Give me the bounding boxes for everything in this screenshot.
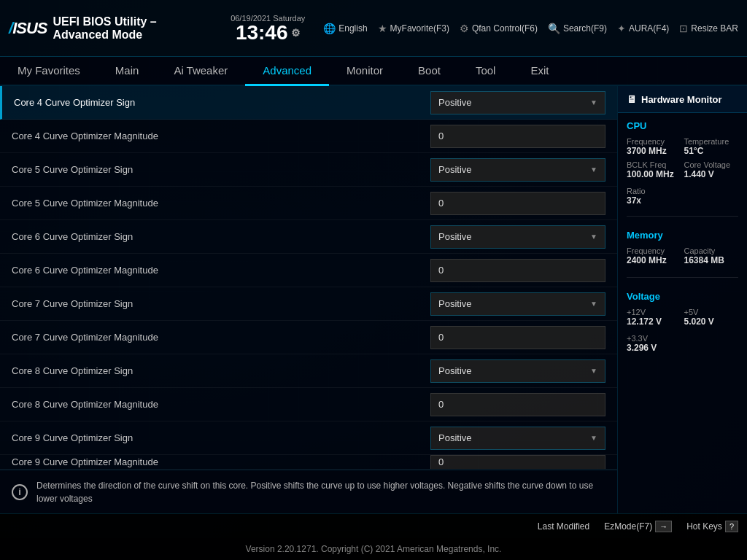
setting-row-core7-mag[interactable]: Core 7 Curve Optimizer Magnitude 0 xyxy=(0,321,617,354)
main-content: Core 4 Curve Optimizer Sign Positive ▼ C… xyxy=(0,86,747,513)
input-core5-mag[interactable]: 0 xyxy=(430,192,605,215)
bios-title: UEFI BIOS Utility – Advanced Mode xyxy=(53,15,212,42)
setting-label-core5-mag: Core 5 Curve Optimizer Magnitude xyxy=(12,198,430,209)
hw-memory-grid: Frequency 2400 MHz Capacity 16384 MB xyxy=(618,244,747,271)
setting-label-core8-mag: Core 8 Curve Optimizer Magnitude xyxy=(12,399,430,410)
monitor-icon: 🖥 xyxy=(627,93,637,105)
hw-divider-1 xyxy=(627,216,738,217)
star-icon: ★ xyxy=(378,23,387,34)
hw-5v: +5V 5.020 V xyxy=(684,308,739,327)
setting-row-core8-sign[interactable]: Core 8 Curve Optimizer Sign Positive ▼ xyxy=(0,354,617,388)
nav-favorites[interactable]: My Favorites xyxy=(0,57,98,86)
hot-keys-btn[interactable]: Hot Keys ? xyxy=(686,521,738,532)
hw-ratio: Ratio 37x xyxy=(618,185,747,210)
dropdown-core8-sign[interactable]: Positive ▼ xyxy=(430,359,605,383)
ez-mode-btn[interactable]: EzMode(F7) → xyxy=(604,521,672,532)
settings-panel: Core 4 Curve Optimizer Sign Positive ▼ C… xyxy=(0,86,617,513)
setting-label-core7-sign: Core 7 Curve Optimizer Sign xyxy=(12,298,430,309)
setting-label-core4-mag: Core 4 Curve Optimizer Magnitude xyxy=(12,131,430,141)
dropdown-core5-sign[interactable]: Positive ▼ xyxy=(430,158,605,182)
info-icon: i xyxy=(12,484,28,500)
hw-memory-title: Memory xyxy=(618,222,747,244)
nav-tool[interactable]: Tool xyxy=(458,57,514,86)
nav-main[interactable]: Main xyxy=(98,57,157,86)
setting-label-core6-mag: Core 6 Curve Optimizer Magnitude xyxy=(12,265,430,276)
chevron-down-icon: ▼ xyxy=(590,98,597,106)
setting-label-core8-sign: Core 8 Curve Optimizer Sign xyxy=(12,365,430,376)
dropdown-core7-sign[interactable]: Positive ▼ xyxy=(430,292,605,316)
navbar: My Favorites Main Ai Tweaker Advanced Mo… xyxy=(0,57,747,86)
asus-logo: /ISUS xyxy=(9,19,47,38)
setting-row-core9-sign[interactable]: Core 9 Curve Optimizer Sign Positive ▼ xyxy=(0,421,617,455)
setting-row-core7-sign[interactable]: Core 7 Curve Optimizer Sign Positive ▼ xyxy=(0,287,617,321)
input-core4-mag[interactable]: 0 xyxy=(430,125,605,148)
chevron-down-icon: ▼ xyxy=(590,367,597,375)
setting-label-core6-sign: Core 6 Curve Optimizer Sign xyxy=(12,231,430,242)
setting-row-core5-mag[interactable]: Core 5 Curve Optimizer Magnitude 0 xyxy=(0,187,617,220)
chevron-down-icon: ▼ xyxy=(590,233,597,241)
setting-label-core5-sign: Core 5 Curve Optimizer Sign xyxy=(12,164,430,175)
hw-bclk-label: BCLK Freq 100.00 MHz xyxy=(627,160,681,179)
tool-qfan[interactable]: ⚙ Qfan Control(F6) xyxy=(460,23,538,34)
input-core6-mag[interactable]: 0 xyxy=(430,259,605,282)
hot-keys-key: ? xyxy=(725,521,738,532)
setting-row-core6-sign[interactable]: Core 6 Curve Optimizer Sign Positive ▼ xyxy=(0,220,617,254)
nav-boot[interactable]: Boot xyxy=(400,57,458,86)
aura-icon: ✦ xyxy=(617,23,626,34)
info-bar: i Determines the direction of the curve … xyxy=(0,470,617,513)
ez-mode-key: → xyxy=(655,521,672,532)
settings-list: Core 4 Curve Optimizer Sign Positive ▼ C… xyxy=(0,86,617,470)
dropdown-core4-sign[interactable]: Positive ▼ xyxy=(430,91,605,114)
setting-row-core8-mag[interactable]: Core 8 Curve Optimizer Magnitude 0 xyxy=(0,388,617,421)
setting-row-core4-mag[interactable]: Core 4 Curve Optimizer Magnitude 0 xyxy=(0,120,617,153)
nav-exit[interactable]: Exit xyxy=(513,57,566,86)
hw-mem-capacity: Capacity 16384 MB xyxy=(684,246,739,265)
hw-monitor-panel: 🖥 Hardware Monitor CPU Frequency 3700 MH… xyxy=(617,86,747,513)
hw-cpu-grid: Frequency 3700 MHz Temperature 51°C BCLK… xyxy=(618,134,747,185)
setting-label-core9-mag: Core 9 Curve Optimizer Magnitude xyxy=(12,456,430,467)
setting-row-core6-mag[interactable]: Core 6 Curve Optimizer Magnitude 0 xyxy=(0,254,617,287)
tool-english[interactable]: 🌐 English xyxy=(323,23,367,34)
info-text: Determines the direction of the curve sh… xyxy=(36,479,605,505)
last-modified-btn[interactable]: Last Modified xyxy=(538,521,589,532)
input-core7-mag[interactable]: 0 xyxy=(430,326,605,349)
version-text: Version 2.20.1271. Copyright (C) 2021 Am… xyxy=(246,544,502,554)
setting-label-core7-mag: Core 7 Curve Optimizer Magnitude xyxy=(12,332,430,343)
setting-row-core5-sign[interactable]: Core 5 Curve Optimizer Sign Positive ▼ xyxy=(0,153,617,187)
globe-icon: 🌐 xyxy=(323,23,336,34)
time-display: 13:46 ⚙ xyxy=(236,23,301,43)
chevron-down-icon: ▼ xyxy=(590,166,597,174)
nav-monitor[interactable]: Monitor xyxy=(329,57,400,86)
hw-12v: +12V 12.172 V xyxy=(627,308,681,327)
resize-icon: ⊡ xyxy=(679,23,688,34)
nav-advanced[interactable]: Advanced xyxy=(245,57,329,86)
dropdown-core9-sign[interactable]: Positive ▼ xyxy=(430,427,605,450)
nav-ai-tweaker[interactable]: Ai Tweaker xyxy=(156,57,245,86)
hw-33v: +3.3V 3.296 V xyxy=(618,332,747,357)
input-core9-mag[interactable]: 0 xyxy=(430,455,605,470)
setting-label-core4-sign: Core 4 Curve Optimizer Sign xyxy=(14,97,430,108)
tool-resizebar[interactable]: ⊡ Resize BAR xyxy=(679,23,738,34)
tool-myfavorite[interactable]: ★ MyFavorite(F3) xyxy=(378,23,449,34)
tool-aura[interactable]: ✦ AURA(F4) xyxy=(617,23,669,34)
hw-mem-freq: Frequency 2400 MHz xyxy=(627,246,681,265)
hw-corevoltage-label: Core Voltage 1.440 V xyxy=(684,160,739,179)
input-core8-mag[interactable]: 0 xyxy=(430,393,605,416)
hw-cpu-freq-label: Frequency 3700 MHz xyxy=(627,137,681,156)
setting-row-core4-sign[interactable]: Core 4 Curve Optimizer Sign Positive ▼ xyxy=(0,86,617,120)
search-icon: 🔍 xyxy=(548,23,560,34)
setting-row-core9-mag[interactable]: Core 9 Curve Optimizer Magnitude 0 xyxy=(0,455,617,470)
hw-divider-2 xyxy=(627,277,738,278)
tool-search[interactable]: 🔍 Search(F9) xyxy=(548,23,607,34)
setting-label-core9-sign: Core 9 Curve Optimizer Sign xyxy=(12,432,430,443)
hw-voltage-title: Voltage xyxy=(618,284,747,305)
settings-icon[interactable]: ⚙ xyxy=(291,28,301,38)
logo-area: /ISUS UEFI BIOS Utility – Advanced Mode xyxy=(9,15,212,42)
dropdown-core6-sign[interactable]: Positive ▼ xyxy=(430,225,605,249)
datetime-area: 06/19/2021 Saturday 13:46 ⚙ xyxy=(224,14,311,43)
hw-voltage-grid: +12V 12.172 V +5V 5.020 V xyxy=(618,305,747,332)
fan-icon: ⚙ xyxy=(460,23,469,34)
version-bar: Version 2.20.1271. Copyright (C) 2021 Am… xyxy=(0,538,747,560)
hw-cpu-temp-label: Temperature 51°C xyxy=(684,137,739,156)
hw-monitor-title: 🖥 Hardware Monitor xyxy=(618,86,747,113)
